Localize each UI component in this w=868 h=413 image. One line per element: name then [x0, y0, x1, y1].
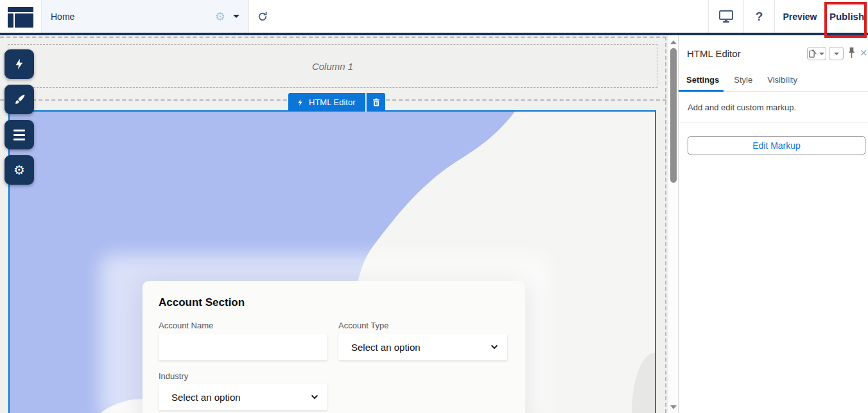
account-form-card: Account Section Account Name Account Typ…	[143, 281, 525, 413]
sidebar-structure-button[interactable]	[4, 120, 34, 149]
editor-canvas: Column 1 HTML Editor Account S	[0, 35, 668, 413]
device-preview-button[interactable]	[709, 0, 743, 33]
panel-tabs: Settings Style Visibility	[679, 72, 868, 92]
brush-icon	[13, 94, 26, 106]
tab-style[interactable]: Style	[734, 72, 752, 91]
page-selector[interactable]: Home ⚙	[41, 0, 249, 33]
account-type-label: Account Type	[338, 321, 389, 330]
column-drop-region[interactable]: Column 1	[8, 44, 657, 88]
toolbar-right-actions: ? Preview Publish	[708, 0, 868, 33]
account-type-select[interactable]: Select an option	[338, 333, 507, 360]
component-toolbar-chip: HTML Editor	[288, 93, 385, 112]
collapse-panel-button[interactable]	[829, 47, 844, 60]
variations-icon	[809, 49, 817, 58]
industry-label: Industry	[159, 371, 188, 381]
properties-panel: HTML Editor × Settings Style Visibility …	[678, 35, 868, 413]
canvas-scrollbar[interactable]	[668, 35, 678, 413]
component-chip-label-area[interactable]: HTML Editor	[288, 93, 365, 112]
structure-icon	[13, 130, 25, 140]
sidebar-components-button[interactable]	[4, 49, 34, 79]
builder-logo-icon[interactable]	[8, 7, 33, 28]
chevron-down-icon	[490, 344, 498, 350]
industry-value: Select an option	[171, 392, 311, 403]
section-dashed-border	[0, 37, 666, 38]
form-heading: Account Section	[159, 296, 245, 309]
panel-title: HTML Editor	[687, 48, 741, 59]
panel-description: Add and edit custom markup.	[688, 103, 796, 112]
account-name-label: Account Name	[159, 321, 213, 330]
current-page-label: Home	[51, 12, 74, 22]
trash-icon	[372, 98, 380, 107]
help-button[interactable]: ?	[744, 0, 774, 33]
caret-down-icon	[819, 53, 824, 55]
tab-settings[interactable]: Settings	[686, 72, 719, 91]
pin-icon	[847, 47, 856, 59]
page-settings-gear-icon[interactable]: ⚙	[215, 11, 225, 22]
panel-divider	[679, 122, 868, 122]
chevron-down-icon	[311, 394, 318, 400]
component-chip-label: HTML Editor	[309, 97, 355, 107]
monitor-icon	[718, 10, 734, 24]
top-toolbar: Home ⚙ ? Preview Publish	[0, 0, 868, 35]
scroll-down-arrow-icon[interactable]	[670, 405, 677, 409]
industry-select[interactable]: Select an option	[159, 384, 327, 410]
sidebar-settings-button[interactable]: ⚙	[4, 155, 34, 185]
scrollbar-thumb[interactable]	[670, 48, 677, 183]
lightning-icon	[297, 98, 304, 107]
active-tab-underline	[679, 90, 724, 92]
page-selector-caret-icon[interactable]	[233, 15, 239, 18]
edit-markup-button[interactable]: Edit Markup	[688, 136, 865, 155]
html-editor-component[interactable]: Account Section Account Name Account Typ…	[8, 110, 656, 413]
component-variations-button[interactable]	[807, 47, 826, 60]
tab-visibility[interactable]: Visibility	[767, 72, 797, 91]
refresh-icon	[257, 11, 268, 22]
scroll-up-arrow-icon[interactable]	[670, 40, 677, 44]
caret-down-icon	[834, 53, 839, 55]
account-type-value: Select an option	[351, 342, 490, 353]
preview-button[interactable]: Preview	[775, 0, 825, 33]
refresh-button[interactable]	[253, 8, 272, 26]
column-label: Column 1	[312, 61, 353, 72]
publish-button[interactable]: Publish	[826, 0, 868, 33]
lightning-icon	[13, 58, 25, 71]
pin-panel-button[interactable]	[847, 47, 857, 60]
gear-icon: ⚙	[13, 164, 25, 176]
account-name-input[interactable]	[159, 333, 327, 360]
close-panel-button[interactable]: ×	[858, 44, 868, 61]
canvas-dashed-border	[665, 37, 666, 413]
delete-component-button[interactable]	[365, 93, 385, 112]
sidebar-theme-button[interactable]	[4, 85, 34, 114]
